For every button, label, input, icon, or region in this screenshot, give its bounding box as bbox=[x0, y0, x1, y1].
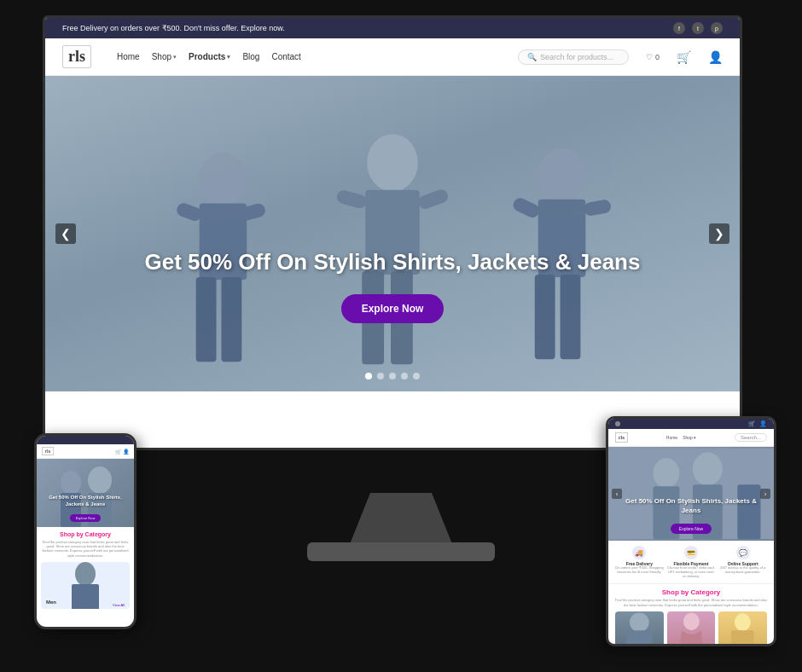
tablet-user-icon: 👤 bbox=[759, 420, 767, 427]
website: Free Delivery on orders over ₹500. Don't… bbox=[45, 18, 740, 448]
svg-point-29 bbox=[737, 460, 760, 486]
dot-2[interactable] bbox=[377, 373, 384, 379]
logo[interactable]: rls bbox=[62, 45, 91, 68]
social-icons: f t p bbox=[673, 22, 723, 34]
svg-rect-16 bbox=[511, 196, 542, 220]
tablet-top-bar: 🛒 👤 bbox=[608, 419, 774, 429]
hero-content: Get 50% Off On Stylish Shirts, Jackets &… bbox=[145, 248, 641, 323]
tablet-category-title: Shop by Category bbox=[615, 588, 767, 596]
phone-men-svg bbox=[60, 562, 111, 609]
hero-arrow-right[interactable]: ❯ bbox=[709, 223, 729, 244]
svg-point-22 bbox=[75, 562, 96, 586]
phone-men-label: Men bbox=[46, 600, 56, 605]
tablet-boys-svg bbox=[718, 611, 767, 644]
dot-4[interactable] bbox=[401, 373, 408, 379]
tablet-card-boys[interactable]: Boys bbox=[718, 611, 767, 644]
tablet-bar-icons: 🛒 👤 bbox=[748, 420, 767, 427]
monitor-stand bbox=[350, 493, 452, 544]
svg-rect-4 bbox=[175, 201, 203, 223]
tablet-hero: Get 50% Off On Stylish Shirts, Jackets &… bbox=[608, 447, 774, 541]
nav-products[interactable]: Products ▾ bbox=[189, 52, 230, 61]
phone-device: rls 🛒 👤 Get 50% Off On Stylish Shirts, J… bbox=[34, 433, 137, 629]
svg-point-31 bbox=[630, 612, 649, 632]
phone-category-desc: Find the product category near that look… bbox=[41, 540, 130, 558]
dot-3[interactable] bbox=[389, 373, 396, 379]
phone-hero-text: Get 50% Off On Stylish Shirts, Jackets &… bbox=[37, 495, 134, 508]
tablet-features: 🚚 Free Delivery On orders over ₹500. Sho… bbox=[608, 541, 774, 584]
monitor-screen: Free Delivery on orders over ₹500. Don't… bbox=[43, 15, 742, 450]
svg-rect-32 bbox=[626, 630, 652, 644]
tablet-nav-shop[interactable]: Shop ▾ bbox=[683, 435, 696, 440]
tablet-search[interactable]: Search... bbox=[735, 433, 767, 442]
nav-shop[interactable]: Shop ▾ bbox=[152, 52, 177, 61]
wishlist[interactable]: ♡ 0 bbox=[646, 53, 660, 61]
nav-home-label: Home bbox=[117, 52, 140, 61]
hero-arrow-left[interactable]: ❮ bbox=[55, 223, 76, 244]
svg-rect-35 bbox=[731, 630, 753, 644]
svg-rect-11 bbox=[416, 188, 450, 211]
tablet-arrow-right[interactable]: › bbox=[760, 489, 770, 499]
support-icon: 💬 bbox=[736, 546, 750, 559]
twitter-icon[interactable]: t bbox=[692, 22, 704, 34]
nav-blog-label: Blog bbox=[242, 52, 259, 61]
svg-point-18 bbox=[61, 471, 81, 495]
tablet-cart-icon: 🛒 bbox=[748, 420, 756, 427]
phone-view-all[interactable]: View All bbox=[113, 603, 125, 607]
hero-dots bbox=[365, 373, 420, 379]
nav-home[interactable]: Home bbox=[117, 52, 140, 61]
nav-contact-label: Contact bbox=[271, 52, 300, 61]
nav-products-label: Products bbox=[189, 52, 225, 61]
nav-contact[interactable]: Contact bbox=[271, 52, 300, 61]
phone-explore-button[interactable]: Explore Now bbox=[70, 514, 102, 522]
explore-button[interactable]: Explore Now bbox=[341, 294, 445, 323]
nav-blog[interactable]: Blog bbox=[242, 52, 259, 61]
svg-point-25 bbox=[653, 458, 679, 488]
phone-category-card-men[interactable]: Men View All bbox=[41, 562, 130, 609]
tablet-feature-payment: 💳 Flexible Payment Choose from credit / … bbox=[667, 546, 716, 578]
phone-screen: rls 🛒 👤 Get 50% Off On Stylish Shirts, J… bbox=[37, 436, 134, 627]
cart-icon[interactable]: 🛒 bbox=[677, 50, 691, 64]
svg-point-6 bbox=[367, 134, 418, 192]
tablet-arrow-left[interactable]: ‹ bbox=[612, 489, 622, 499]
promo-message: Free Delivery on orders over ₹500. Don't… bbox=[62, 24, 285, 32]
pinterest-icon[interactable]: p bbox=[711, 22, 723, 34]
tablet-card-women[interactable]: Women bbox=[667, 611, 716, 644]
svg-point-34 bbox=[735, 613, 751, 631]
tablet-screen: 🛒 👤 rls Home Shop ▾ Search... bbox=[608, 419, 774, 644]
phone-hero: Get 50% Off On Stylish Shirts, Jackets &… bbox=[37, 459, 134, 527]
user-icon[interactable]: 👤 bbox=[708, 50, 723, 64]
tablet-women-svg bbox=[667, 611, 716, 644]
svg-rect-10 bbox=[335, 188, 369, 210]
phone-logo: rls bbox=[42, 447, 54, 455]
wishlist-count: 0 bbox=[655, 53, 660, 61]
phone-category-section: Shop by Category Find the product catego… bbox=[37, 527, 134, 613]
svg-point-12 bbox=[538, 148, 586, 203]
facebook-icon[interactable]: f bbox=[673, 22, 685, 34]
tablet-category-desc: Find the product category near that look… bbox=[615, 598, 767, 606]
payment-icon: 💳 bbox=[684, 546, 698, 559]
phone-top-bar bbox=[37, 436, 134, 444]
navbar: rls Home Shop ▾ Products ▾ bbox=[45, 38, 740, 76]
hero-section: Get 50% Off On Stylish Shirts, Jackets &… bbox=[45, 76, 740, 391]
hero-people-svg bbox=[45, 76, 740, 391]
heart-icon: ♡ bbox=[646, 53, 653, 61]
monitor-base bbox=[307, 542, 495, 561]
dot-5[interactable] bbox=[413, 373, 420, 379]
tablet-explore-button[interactable]: Explore Now bbox=[671, 524, 712, 534]
support-desc: 24/7 access to the quality of a money-ba… bbox=[718, 566, 767, 575]
search-box[interactable]: 🔍 Search for products... bbox=[518, 49, 629, 65]
svg-point-0 bbox=[200, 153, 247, 207]
tablet-boys-bg bbox=[718, 611, 767, 644]
phone-nav-icons: 🛒 👤 bbox=[115, 449, 129, 455]
delivery-icon: 🚚 bbox=[632, 546, 646, 559]
payment-desc: Choose from credit / debit card, UPI, ne… bbox=[667, 566, 716, 578]
delivery-desc: On orders over ₹500. Shopping becomes fu… bbox=[615, 566, 664, 575]
tablet-men-bg bbox=[615, 611, 664, 644]
tablet-category-grid: Men Women bbox=[615, 611, 767, 644]
tablet-logo: rls bbox=[615, 432, 628, 443]
dot-1[interactable] bbox=[365, 373, 372, 379]
tablet-card-men[interactable]: Men bbox=[615, 611, 664, 644]
tablet-nav-home[interactable]: Home bbox=[666, 435, 677, 440]
tablet-hero-text: Get 50% Off On Stylish Shirts, Jackets &… bbox=[608, 497, 774, 515]
tablet-dot bbox=[615, 421, 620, 426]
